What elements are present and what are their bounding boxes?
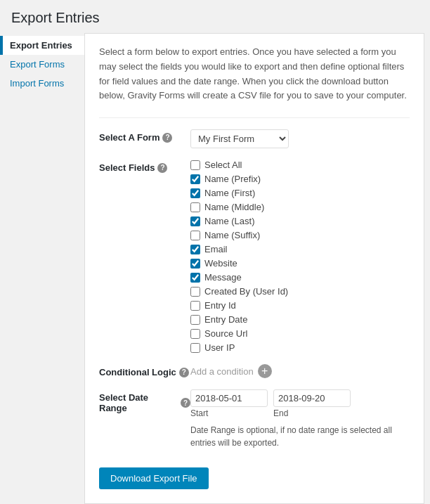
conditional-logic-content: Add a condition +	[190, 364, 410, 378]
checkbox-label-user-ip: User IP	[204, 342, 235, 353]
checkbox-name-prefix[interactable]	[190, 174, 200, 184]
page-title: Export Entries	[0, 0, 430, 33]
checkbox-label-select-all: Select All	[204, 160, 242, 170]
checkbox-label-name-prefix: Name (Prefix)	[204, 174, 261, 184]
checkbox-item-select-all[interactable]: Select All	[190, 160, 410, 170]
checkbox-label-name-last: Name (Last)	[204, 216, 255, 226]
checkbox-created-by[interactable]	[190, 287, 200, 297]
checkbox-name-first[interactable]	[190, 188, 200, 198]
date-range-help-icon[interactable]: ?	[181, 398, 190, 408]
checkbox-label-created-by: Created By (User Id)	[204, 286, 288, 297]
start-date-input[interactable]	[190, 389, 268, 407]
form-select-dropdown[interactable]: My First Form	[190, 129, 289, 148]
checkbox-email[interactable]	[190, 245, 200, 254]
date-range-row: Select Date Range ? Start End	[99, 389, 410, 449]
checkbox-entry-id[interactable]	[190, 301, 200, 311]
main-panel: Select a form below to export entries. O…	[84, 33, 424, 504]
conditional-logic-label: Conditional Logic ?	[99, 364, 190, 377]
end-date-group: End	[273, 389, 351, 418]
checkbox-label-website: Website	[204, 258, 237, 269]
checkbox-label-name-suffix: Name (Suffix)	[204, 230, 260, 240]
divider	[99, 117, 410, 118]
checkbox-website[interactable]	[190, 259, 200, 269]
select-form-content: My First Form	[190, 129, 410, 148]
page-wrapper: Export Entries Export Entries Export For…	[0, 0, 430, 504]
checkbox-item-message[interactable]: Message	[190, 272, 410, 283]
checkbox-user-ip[interactable]	[190, 343, 200, 353]
date-range-label: Select Date Range ?	[99, 389, 190, 413]
conditional-logic-help-icon[interactable]: ?	[179, 368, 189, 377]
select-fields-help-icon[interactable]: ?	[157, 163, 167, 173]
fields-checkbox-list: Select AllName (Prefix)Name (First)Name …	[190, 160, 410, 353]
checkbox-select-all[interactable]	[190, 160, 200, 170]
select-form-row: Select A Form ? My First Form	[99, 129, 410, 148]
select-form-label: Select A Form ?	[99, 129, 190, 143]
checkbox-item-entry-date[interactable]: Entry Date	[190, 314, 410, 325]
checkbox-label-entry-date: Entry Date	[204, 314, 247, 325]
select-fields-row: Select Fields ? Select AllName (Prefix)N…	[99, 160, 410, 353]
sidebar: Export Entries Export Forms Import Forms	[0, 33, 84, 504]
end-date-label: End	[273, 408, 351, 418]
checkbox-source-url[interactable]	[190, 329, 200, 339]
description-text: Select a form below to export entries. O…	[99, 45, 410, 103]
checkbox-name-last[interactable]	[190, 217, 200, 226]
checkbox-item-name-suffix[interactable]: Name (Suffix)	[190, 230, 410, 240]
date-inputs: Start End	[190, 389, 410, 418]
checkbox-item-created-by[interactable]: Created By (User Id)	[190, 286, 410, 297]
checkbox-label-name-first: Name (First)	[204, 188, 255, 198]
content-area: Export Entries Export Forms Import Forms…	[0, 33, 430, 504]
checkbox-item-source-url[interactable]: Source Url	[190, 328, 410, 339]
download-export-button[interactable]: Download Export File	[99, 467, 209, 489]
checkbox-label-message: Message	[204, 272, 242, 283]
add-condition-icon[interactable]: +	[258, 364, 272, 378]
checkbox-label-entry-id: Entry Id	[204, 300, 236, 311]
sidebar-item-export-entries[interactable]: Export Entries	[0, 36, 84, 55]
checkbox-item-name-first[interactable]: Name (First)	[190, 188, 410, 198]
checkbox-label-source-url: Source Url	[204, 328, 247, 339]
checkbox-item-entry-id[interactable]: Entry Id	[190, 300, 410, 311]
select-fields-label: Select Fields ?	[99, 160, 190, 173]
checkbox-item-name-middle[interactable]: Name (Middle)	[190, 202, 410, 212]
checkbox-item-name-last[interactable]: Name (Last)	[190, 216, 410, 226]
sidebar-item-import-forms[interactable]: Import Forms	[0, 74, 84, 93]
checkbox-entry-date[interactable]	[190, 315, 200, 325]
start-date-group: Start	[190, 389, 268, 418]
checkbox-item-website[interactable]: Website	[190, 258, 410, 269]
checkbox-item-email[interactable]: Email	[190, 244, 410, 254]
checkbox-name-suffix[interactable]	[190, 231, 200, 240]
checkbox-label-email: Email	[204, 244, 228, 254]
checkbox-item-name-prefix[interactable]: Name (Prefix)	[190, 174, 410, 184]
sidebar-item-export-forms[interactable]: Export Forms	[0, 55, 84, 74]
checkbox-name-middle[interactable]	[190, 202, 200, 212]
checkbox-item-user-ip[interactable]: User IP	[190, 342, 410, 353]
checkbox-label-name-middle: Name (Middle)	[204, 202, 264, 212]
start-date-label: Start	[190, 408, 268, 418]
add-condition-text: Add a condition	[190, 366, 254, 377]
end-date-input[interactable]	[273, 389, 351, 407]
checkbox-message[interactable]	[190, 273, 200, 283]
date-range-content: Start End Date Range is optional, if no …	[190, 389, 410, 449]
select-form-help-icon[interactable]: ?	[162, 133, 172, 143]
conditional-logic-row: Conditional Logic ? Add a condition +	[99, 364, 410, 378]
date-note: Date Range is optional, if no date range…	[190, 424, 410, 449]
